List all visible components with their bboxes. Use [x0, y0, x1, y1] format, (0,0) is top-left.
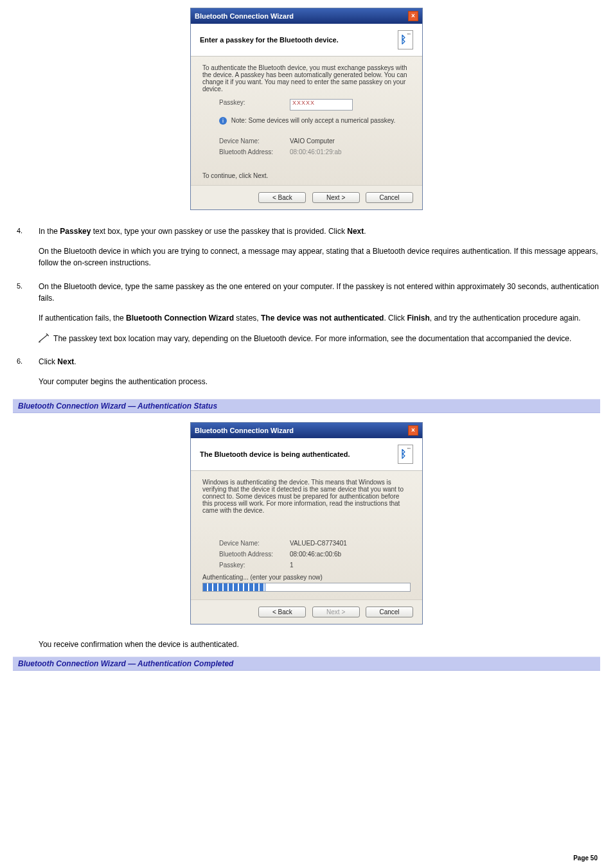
wizard-header: The Bluetooth device is being authentica… [191, 438, 422, 471]
wizard-header: Enter a passkey for the Bluetooth device… [191, 24, 422, 57]
wizard-intro: Windows is authenticating the device. Th… [202, 479, 411, 514]
cancel-button[interactable]: Cancel [366, 607, 413, 617]
wizard-passkey-dialog: Bluetooth Connection Wizard × Enter a pa… [190, 8, 423, 210]
wizard-body: To authenticate the Bluetooth device, yo… [191, 57, 422, 185]
wizard-title: Bluetooth Connection Wizard [195, 12, 294, 20]
step-4-detail: On the Bluetooth device in which you are… [39, 245, 600, 269]
passkey-value: 1 [290, 562, 294, 569]
step-6: 6. Click Next. Your computer begins the … [13, 356, 600, 387]
wizard-intro: To authenticate the Bluetooth device, yo… [202, 64, 411, 93]
note-icon [39, 333, 49, 342]
wizard-auth-dialog: Bluetooth Connection Wizard × The Blueto… [190, 422, 423, 624]
info-icon: i [219, 117, 227, 125]
wizard-body: Windows is authenticating the device. Th… [191, 471, 422, 599]
passkey-note: Note: Some devices will only accept a nu… [231, 117, 395, 124]
device-name-label: Device Name: [219, 540, 290, 547]
bt-address-label: Bluetooth Address: [219, 148, 290, 155]
step-4: 4. In the Passkey text box, type your ow… [13, 226, 600, 269]
wizard-footer: < Back Next > Cancel [191, 599, 422, 624]
wizard-heading: Enter a passkey for the Bluetooth device… [200, 36, 339, 44]
passkey-label: Passkey: [219, 99, 290, 111]
wizard-titlebar: Bluetooth Connection Wizard × [191, 8, 422, 24]
bluetooth-icon: ᛒ [398, 30, 413, 49]
auth-progress-bar [202, 583, 411, 592]
step-5-text: On the Bluetooth device, type the same p… [39, 282, 599, 303]
instruction-list: 4. In the Passkey text box, type your ow… [13, 226, 600, 387]
back-button[interactable]: < Back [258, 607, 306, 617]
wizard-footer: < Back Next > Cancel [191, 185, 422, 209]
step-5-detail: If authentication fails, the Bluetooth C… [39, 312, 600, 324]
bluetooth-icon: ᛒ [398, 445, 413, 464]
back-button[interactable]: < Back [258, 192, 306, 203]
after-wizard2-text: You receive confirmation when the device… [13, 640, 600, 649]
bt-address-value: 08:00:46:01:29:ab [290, 148, 342, 155]
section-banner-auth-completed: Bluetooth Connection Wizard — Authentica… [13, 657, 600, 671]
step-5: 5. On the Bluetooth device, type the sam… [13, 281, 600, 344]
continue-hint: To continue, click Next. [202, 172, 411, 179]
bt-address-label: Bluetooth Address: [219, 551, 290, 558]
section-banner-auth-status: Bluetooth Connection Wizard — Authentica… [13, 399, 600, 413]
bt-address-value: 08:00:46:ac:00:6b [290, 551, 341, 558]
passkey-input[interactable]: XXXXX [290, 99, 353, 111]
wizard-titlebar: Bluetooth Connection Wizard × [191, 423, 422, 438]
device-name-value: VALUED-C8773401 [290, 540, 347, 547]
next-button[interactable]: Next > [312, 192, 360, 203]
close-icon[interactable]: × [408, 425, 418, 436]
cancel-button[interactable]: Cancel [366, 192, 413, 203]
step-number: 4. [17, 226, 22, 236]
wizard-heading: The Bluetooth device is being authentica… [200, 450, 350, 458]
device-name-value: VAIO Computer [290, 137, 335, 145]
passkey-label: Passkey: [219, 562, 290, 569]
step-6-detail: Your computer begins the authentication … [39, 376, 600, 388]
auth-status-text: Authenticating... (enter your passkey no… [202, 574, 411, 581]
next-button: Next > [312, 607, 360, 617]
close-icon[interactable]: × [408, 11, 418, 21]
step-5-note: The passkey text box location may vary, … [39, 332, 600, 345]
step-number: 5. [17, 281, 22, 292]
wizard-title: Bluetooth Connection Wizard [195, 427, 294, 434]
step-number: 6. [17, 356, 22, 367]
device-name-label: Device Name: [219, 137, 290, 145]
